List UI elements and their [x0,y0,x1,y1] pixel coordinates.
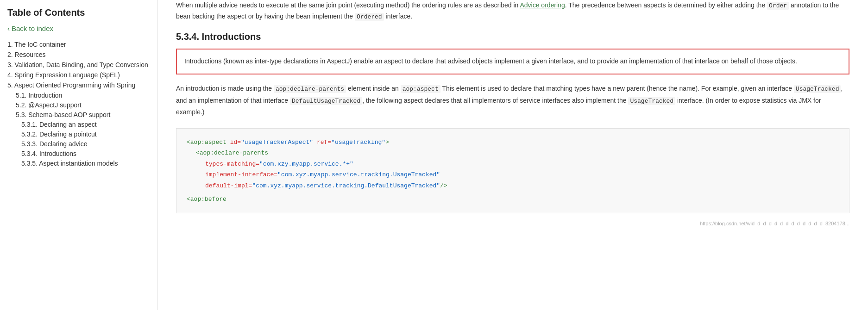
code-line-2: <aop:declare-parents [196,148,839,158]
default-usage-tracked-code: DefaultUsageTracked [290,97,362,105]
main-content: When multiple advice needs to execute at… [157,0,868,310]
declare-parents-code: aop:declare-parents [274,85,346,93]
code-line-3: types-matching="com.xzy.myapp.service.*+… [205,159,839,169]
usage-tracked-code: UsageTracked [794,85,841,93]
sidebar-item-toc-5-1[interactable]: 5.1. Introduction [7,92,157,99]
sidebar-item-toc-4[interactable]: 4. Spring Expression Language (SpEL) [7,71,157,79]
back-to-index-link[interactable]: ‹ Back to index [7,25,157,32]
section-heading: 5.3.4. Introductions [176,31,849,42]
body-paragraph: An introduction is made using the aop:de… [176,83,849,118]
sidebar: Table of Contents ‹ Back to index 1. The… [0,0,157,310]
ordered-code: Ordered [355,13,384,21]
sidebar-item-toc-5-3-1[interactable]: 5.3.1. Declaring an aspect [7,121,157,128]
code-line-6: <aop:before [187,194,839,205]
sidebar-item-toc-1[interactable]: 1. The IoC container [7,41,157,48]
code-line-5: default-impl="com.xyz.myapp.service.trac… [205,180,839,191]
sidebar-item-toc-5-3-3[interactable]: 5.3.3. Declaring advice [7,140,157,148]
order-code: Order [767,2,789,10]
sidebar-item-toc-5-3-4[interactable]: 5.3.4. Introductions [7,150,157,157]
sidebar-item-toc-5-3-5[interactable]: 5.3.5. Aspect instantiation models [7,160,157,167]
intro-paragraph: When multiple advice needs to execute at… [176,0,849,22]
usage-tracked-code-2: UsageTracked [628,97,675,105]
sidebar-item-toc-5-3[interactable]: 5.3. Schema-based AOP support [7,111,157,118]
sidebar-item-toc-3[interactable]: 3. Validation, Data Binding, and Type Co… [7,61,157,68]
sidebar-item-toc-5-3-2[interactable]: 5.3.2. Declaring a pointcut [7,130,157,138]
aop-aspect-code: aop:aspect [401,85,440,93]
code-line-4: implement-interface="com.xyz.myapp.servi… [205,169,839,180]
watermark: https://blog.csdn.net/wid_d_d_d_d_d_d_d_… [176,221,849,226]
code-line-1: <aop:aspect id="usageTrackerAspect" ref=… [187,137,839,148]
sidebar-title: Table of Contents [7,7,157,18]
code-block: <aop:aspect id="usageTrackerAspect" ref=… [176,128,849,213]
advice-ordering-link[interactable]: Advice ordering [520,1,565,9]
sidebar-item-toc-5[interactable]: 5. Aspect Oriented Programming with Spri… [7,81,157,89]
highlight-box: Introductions (known as inter-type decla… [176,49,849,74]
sidebar-item-toc-2[interactable]: 2. Resources [7,51,157,58]
sidebar-item-toc-5-2[interactable]: 5.2. @AspectJ support [7,101,157,109]
